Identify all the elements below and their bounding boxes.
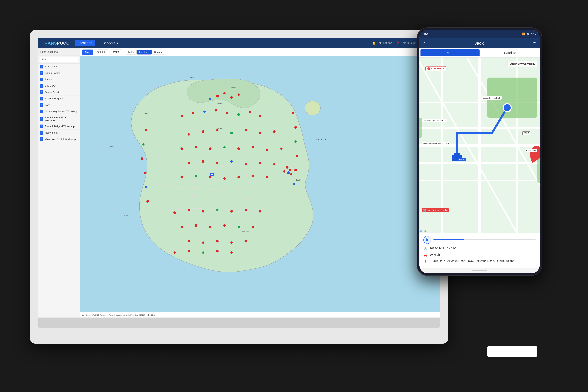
desktop-screen: TRANSPOCO Locations Services ▾ 🔔 Notific… [38, 38, 440, 318]
road-badge-r102: R102 [522, 131, 530, 135]
sidebar-item-label: Loca [45, 104, 50, 106]
svg-point-58 [287, 172, 290, 174]
svg-point-16 [140, 157, 143, 160]
list-item-renault-belgard[interactable]: 📍 Renault Belgard Workshop [38, 123, 80, 130]
app-body: Filter Locations 📍 BALLON 2 📍 Ballon Car… [38, 48, 440, 318]
svg-point-3 [230, 96, 233, 99]
sidebar-item-label: BALLON 2 [45, 65, 57, 68]
svg-point-63 [216, 209, 218, 211]
location-icon-rose-inn: 📍 [40, 131, 44, 134]
dcu-text: Dublin City University [510, 62, 535, 65]
phone-tab-map[interactable]: Map [420, 50, 480, 56]
sidebar-item-label: Mick Heary Motors Workshop [45, 110, 78, 113]
list-item-renault-airton[interactable]: 📍 Renault Airton Road Workshop [38, 115, 80, 123]
list-item-value-van[interactable]: 📍 Value Van Rental Workshop [38, 136, 80, 142]
location-icon-mick-heary: 📍 [40, 110, 44, 113]
svg-point-80 [202, 252, 204, 254]
map-copyright: Last Refresh: 17:23:56 | Transpoco Foote… [82, 314, 155, 316]
map-tab-map[interactable]: Map [82, 50, 93, 55]
phone-title: Jack [474, 41, 484, 46]
svg-point-75 [216, 240, 219, 242]
svg-point-11 [238, 113, 240, 116]
svg-point-42 [202, 160, 204, 163]
phone-tab-satellite[interactable]: Satellite [480, 48, 540, 57]
phone-bottom-bar [420, 268, 540, 273]
sidebar-item-label: Belfast [45, 78, 52, 81]
sidebar-header: Filter Locations [38, 48, 80, 56]
phone-map[interactable]: 🔴 EUROSPAR Dublin City University Albert… [420, 58, 540, 233]
nav-item-locations[interactable]: Locations [75, 40, 94, 46]
svg-rect-100 [537, 158, 540, 183]
list-item-belfast[interactable]: 📍 Belfast [38, 76, 80, 83]
address-text: [Dublin] #37 Ballymun Road, DCU, Ballymu… [430, 259, 514, 263]
list-item-loca[interactable]: 📍 Loca [38, 102, 80, 108]
svg-point-67 [180, 226, 183, 228]
svg-point-81 [216, 250, 219, 252]
svg-point-84 [211, 174, 213, 175]
phone-info: 🕐 2022-11-17 10:40:05 🚗 29 km/h 📍 [Dubli… [420, 233, 540, 268]
map-subtab-traffic[interactable]: Traffic [126, 50, 136, 54]
svg-point-52 [238, 176, 240, 178]
svg-point-25 [293, 183, 295, 185]
map-canvas[interactable]: Isle of Man Donegal Belfast Sligo Galway… [80, 56, 440, 312]
svg-point-51 [223, 178, 226, 180]
filter-input[interactable] [40, 57, 78, 62]
home-indicator [472, 270, 488, 271]
info-row-time: 🕐 2022-11-17 10:40:05 [423, 246, 536, 251]
sidebar-item-label: Ballon Carlow [45, 72, 60, 74]
road-badge-r108: R108 [458, 158, 466, 161]
map-tab-osm[interactable]: OSM [110, 50, 122, 55]
albert-park-text: Albert College Park [483, 97, 500, 99]
list-item-eugene[interactable]: 📍 Eugene Request [38, 96, 80, 102]
map-subtab-routes[interactable]: Routes [152, 50, 164, 54]
svg-point-17 [144, 172, 146, 174]
nav-item-services[interactable]: Services ▾ [100, 40, 121, 46]
list-item-rose-inn[interactable]: 📍 Rose Inn st [38, 130, 80, 136]
svg-point-69 [209, 226, 211, 228]
list-item-darley[interactable]: 📍 Darley Court [38, 89, 80, 96]
svg-point-9 [215, 109, 217, 112]
desktop-base [38, 318, 440, 328]
map-subtab-locations[interactable]: Locations [137, 50, 152, 54]
back-button[interactable]: ‹ [423, 40, 425, 46]
svg-point-43 [216, 162, 218, 164]
list-item-ballon2[interactable]: 📍 BALLON 2 [38, 64, 80, 70]
svg-point-21 [294, 126, 297, 129]
svg-point-37 [238, 148, 240, 150]
list-item-bt15[interactable]: 📍 BT15 2AA [38, 83, 80, 89]
svg-point-39 [266, 149, 268, 152]
svg-point-55 [286, 166, 288, 168]
svg-point-79 [188, 250, 190, 252]
progress-bar[interactable] [433, 240, 536, 240]
status-time: 15:15 [423, 32, 431, 36]
svg-point-61 [188, 209, 190, 211]
nav-notifications[interactable]: 🔔 Notifications [372, 42, 392, 45]
svg-point-8 [204, 110, 206, 113]
svg-point-30 [244, 129, 247, 131]
svg-point-77 [244, 240, 247, 242]
wifi-icon: 📶 [522, 32, 525, 36]
svg-point-70 [223, 224, 226, 227]
map-area: Map Satellite OSM Traffic Locations Rout… [80, 48, 440, 318]
svg-point-76 [230, 242, 233, 244]
map-tab-satellite[interactable]: Satellite [94, 50, 109, 55]
play-button[interactable] [423, 236, 431, 244]
svg-point-64 [230, 210, 233, 212]
svg-point-28 [216, 129, 218, 131]
svg-point-65 [244, 209, 247, 211]
svg-point-62 [202, 210, 204, 212]
svg-point-44 [230, 160, 233, 163]
svg-point-72 [252, 226, 254, 228]
menu-icon[interactable]: ≡ [533, 41, 536, 46]
svg-point-32 [273, 130, 276, 133]
svg-point-49 [195, 174, 197, 177]
phone-header: ‹ Jack ≡ [420, 38, 540, 48]
location-pin-icon: 📍 [423, 259, 428, 264]
sidebar-item-label: Eugene Request [45, 97, 64, 100]
svg-point-14 [145, 129, 147, 131]
list-item-mick-heary[interactable]: 📍 Mick Heary Motors Workshop [38, 108, 80, 115]
svg-point-13 [259, 115, 261, 117]
svg-point-6 [180, 115, 183, 117]
svg-point-45 [244, 163, 247, 166]
list-item-ballon-carlow[interactable]: 📍 Ballon Carlow [38, 70, 80, 76]
